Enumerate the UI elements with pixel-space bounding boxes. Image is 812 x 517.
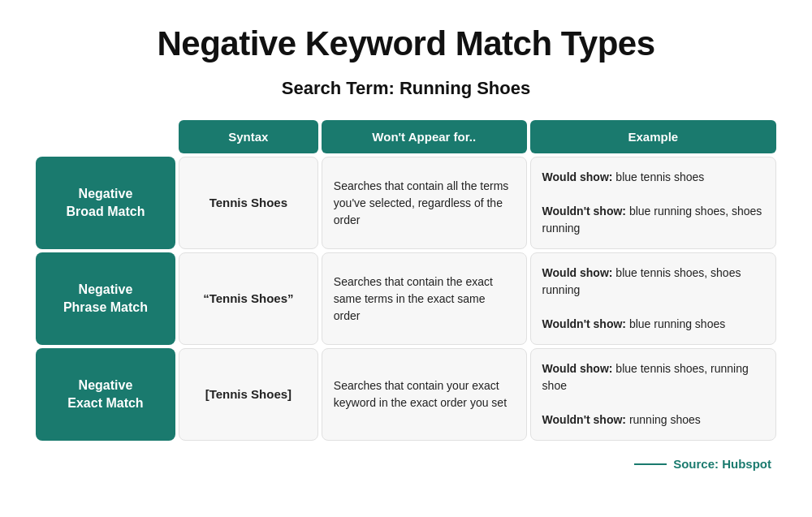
header-spacer: [36, 120, 175, 153]
row-wont-appear-2: Searches that contain your exact keyword…: [322, 348, 527, 441]
row-example-1: Would show: blue tennis shoes, shoes run…: [530, 252, 776, 345]
header-example: Example: [530, 120, 776, 153]
row-example-2: Would show: blue tennis shoes, running s…: [530, 348, 776, 441]
row-wont-appear-0: Searches that contain all the terms you'…: [322, 157, 527, 249]
example-wont-bold-1: Wouldn't show:: [542, 317, 626, 330]
source-line: Source: Hubspot: [32, 457, 780, 471]
row-syntax-1: “Tennis Shoes”: [179, 252, 318, 345]
example-wont-bold-2: Wouldn't show:: [542, 413, 626, 426]
table-row: NegativeExact Match[Tennis Shoes]Searche…: [36, 348, 776, 441]
search-term-label: Search Term: Running Shoes: [282, 78, 530, 99]
table-row: NegativeBroad MatchTennis ShoesSearches …: [36, 157, 776, 249]
row-label-2: NegativeExact Match: [36, 348, 175, 441]
page-title: Negative Keyword Match Types: [157, 24, 654, 63]
header-syntax: Syntax: [179, 120, 318, 153]
table-row: NegativePhrase Match“Tennis Shoes”Search…: [36, 252, 776, 345]
row-syntax-0: Tennis Shoes: [179, 157, 318, 249]
example-wont-text-2: running shoes: [626, 413, 701, 426]
source-text: Source: Hubspot: [673, 457, 771, 471]
match-types-table: Syntax Won't Appear for.. Example Negati…: [32, 117, 780, 444]
example-show-bold-0: Would show:: [542, 170, 613, 183]
example-wont-bold-0: Wouldn't show:: [542, 205, 626, 218]
row-wont-appear-1: Searches that contain the exact same ter…: [322, 252, 527, 345]
row-example-0: Would show: blue tennis shoesWouldn't sh…: [530, 157, 776, 249]
row-syntax-2: [Tennis Shoes]: [179, 348, 318, 441]
example-wont-text-1: blue running shoes: [626, 317, 725, 330]
example-show-bold-1: Would show:: [542, 266, 613, 279]
row-label-1: NegativePhrase Match: [36, 252, 175, 345]
source-dash-icon: [634, 463, 667, 465]
example-show-text-0: blue tennis shoes: [612, 170, 704, 183]
example-show-bold-2: Would show:: [542, 362, 613, 375]
row-label-0: NegativeBroad Match: [36, 157, 175, 249]
header-wont-appear: Won't Appear for..: [322, 120, 527, 153]
